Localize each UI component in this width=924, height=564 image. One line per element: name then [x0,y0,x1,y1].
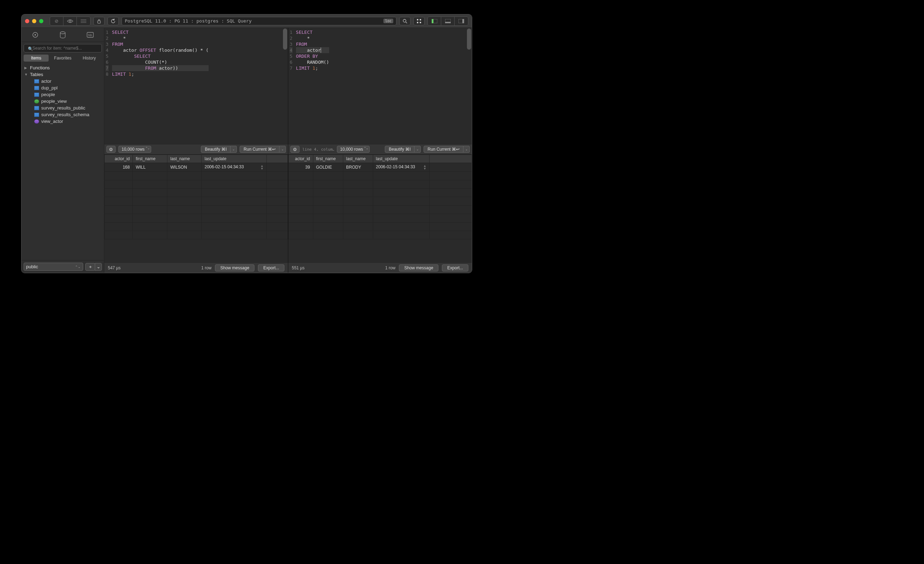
left-rowcount: 1 row [201,265,212,270]
col-actor-id[interactable]: actor_id [289,155,313,163]
left-gutter: 12345678 [104,28,111,144]
left-scrollbar[interactable] [283,28,287,49]
refresh-icon[interactable] [108,17,119,25]
schema-selector[interactable]: public ⌃⌄ [24,263,83,271]
gear-icon[interactable]: ⚙ [106,146,116,153]
path-text: PostgreSQL 11.0 : PG 11 : postgres : SQL… [125,18,252,24]
toolbar-group-1: ⊘ [50,16,91,26]
search-icon[interactable] [399,17,411,25]
breadcrumb-path[interactable]: PostgreSQL 11.0 : PG 11 : postgres : SQL… [122,17,396,25]
list-icon[interactable] [77,17,90,25]
col-last-name[interactable]: last_name [167,155,202,163]
sidebar-table-people_view[interactable]: people_view [21,98,104,105]
table-icon [34,113,39,117]
left-rows-limit[interactable]: 10,000 rows [118,146,151,153]
cancel-icon[interactable]: ⊘ [50,17,63,25]
right-bottombar: 551 µs 1 row Show message Export... [288,262,472,273]
left-editor[interactable]: 12345678 SELECT * FROM actor OFFSET floo… [104,28,288,144]
tree-tables[interactable]: ▼ Tables [21,71,104,78]
table-label: people_view [41,99,67,104]
col-spacer [267,155,288,163]
col-last-update[interactable]: last_update [373,155,429,163]
right-show-message-button[interactable]: Show message [399,265,438,271]
right-beautify-dropdown[interactable]: ⌄ [414,146,421,153]
right-rows-limit[interactable]: 10,000 rows [337,146,370,153]
layout-bottom-icon[interactable] [441,17,454,25]
layout-left-icon[interactable] [428,17,441,25]
window-controls [25,19,44,23]
right-run-button[interactable]: Run Current ⌘↩ [424,146,464,153]
tab-history[interactable]: History [77,55,102,61]
svg-point-18 [34,34,36,36]
svg-rect-14 [445,22,451,23]
svg-rect-4 [98,21,100,23]
split-panes: 12345678 SELECT * FROM actor OFFSET floo… [104,28,472,273]
right-results[interactable]: actor_id first_name last_name last_updat… [288,154,472,262]
sidebar-tab-database-icon[interactable] [49,28,76,42]
minimize-window-button[interactable] [32,19,36,23]
tab-items[interactable]: Items [24,55,49,61]
gear-icon[interactable]: ⚙ [290,146,300,153]
view-icon [34,99,39,103]
functions-label: Functions [30,65,50,70]
sidebar-table-actor[interactable]: actor [21,78,104,84]
cell-last-update: 2006-02-15 04:34:33▲▼ [202,163,267,172]
search-magnify-icon: 🔍 [28,46,33,51]
body: SQL 🔍 Items Favorites History ▶ Function… [21,28,472,273]
col-spacer [430,155,472,163]
left-bottombar: 547 µs 1 row Show message Export... [104,262,288,273]
sidebar-footer: public ⌃⌄ ＋ ⌄ [21,260,104,273]
left-toolbar: ⚙ 10,000 rows Beautify ⌘I ⌄ Run Current … [104,144,288,154]
sidebar-table-survey_results_public[interactable]: survey_results_public [21,105,104,111]
left-beautify-dropdown[interactable]: ⌄ [231,146,237,153]
svg-rect-7 [417,19,418,20]
search-input[interactable] [24,44,102,52]
right-beautify-button[interactable]: Beautify ⌘I [385,146,414,153]
table-label: survey_results_public [41,105,85,111]
left-show-message-button[interactable]: Show message [215,265,254,271]
loc-badge: loc [383,19,393,23]
sidebar-table-dup_ppl[interactable]: dup_ppl [21,84,104,91]
titlebar: ⊘ PostgreSQL 11.0 : PG 11 : postgres : S… [21,15,472,28]
col-first-name[interactable]: first_name [133,155,167,163]
right-elapsed: 551 µs [292,265,304,270]
grid-icon[interactable] [413,17,424,25]
add-dropdown[interactable]: ⌄ [95,263,102,271]
svg-point-19 [60,32,65,34]
left-results[interactable]: actor_id first_name last_name last_updat… [104,154,288,262]
cell-first-name: GOLDIE [313,163,343,172]
left-beautify-button[interactable]: Beautify ⌘I [201,146,231,153]
col-last-name[interactable]: last_name [343,155,373,163]
zoom-window-button[interactable] [39,19,44,23]
stepper-icon[interactable]: ▲▼ [260,165,264,170]
eye-icon[interactable] [63,17,77,25]
sidebar-table-survey_results_schema[interactable]: survey_results_schema [21,111,104,118]
sidebar-table-people[interactable]: people [21,91,104,98]
add-button[interactable]: ＋ [85,263,95,271]
svg-point-5 [403,19,406,22]
sidebar-tab-activity-icon[interactable] [21,28,49,42]
col-last-update[interactable]: last_update [202,155,267,163]
right-editor[interactable]: 1234567 SELECT * FROM actor ORDER BY RAN… [288,28,472,144]
sidebar-tab-sql-icon[interactable]: SQL [76,28,104,42]
right-table: actor_id first_name last_name last_updat… [288,154,472,239]
left-run-dropdown[interactable]: ⌄ [279,146,286,153]
right-scrollbar[interactable] [467,28,471,49]
close-window-button[interactable] [25,19,29,23]
layout-right-icon[interactable] [454,17,468,25]
left-run-button[interactable]: Run Current ⌘↩ [240,146,279,153]
col-first-name[interactable]: first_name [313,155,343,163]
tree-functions[interactable]: ▶ Functions [21,64,104,71]
table-row[interactable]: 39 GOLDIE BRODY 2006-02-15 04:34:33▲▼ [289,163,472,172]
right-export-button[interactable]: Export... [442,265,468,271]
stepper-icon[interactable]: ▲▼ [423,165,426,170]
sidebar-search: 🔍 [24,44,102,52]
right-run-dropdown[interactable]: ⌄ [464,146,470,153]
table-row[interactable]: 168 WILL WILSON 2006-02-15 04:34:33▲▼ [105,163,288,172]
left-export-button[interactable]: Export... [258,265,284,271]
svg-rect-9 [417,22,418,23]
lock-icon[interactable] [93,17,105,25]
sidebar-table-view_actor[interactable]: view_actor [21,118,104,125]
col-actor-id[interactable]: actor_id [105,155,133,163]
tab-favorites[interactable]: Favorites [50,55,75,61]
